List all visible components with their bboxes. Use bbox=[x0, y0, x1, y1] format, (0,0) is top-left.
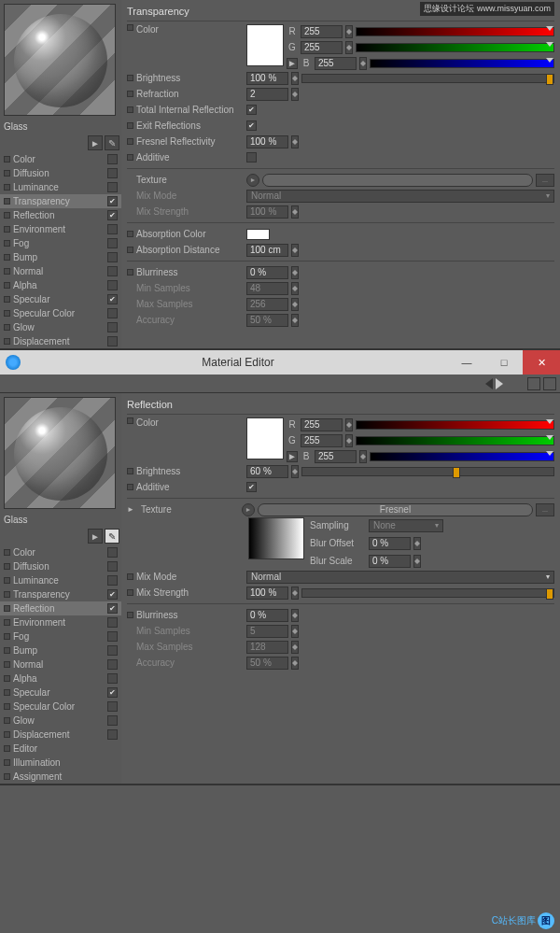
expand-toggle[interactable] bbox=[4, 591, 10, 598]
minimize-button[interactable]: — bbox=[448, 350, 485, 375]
expand-toggle[interactable] bbox=[4, 773, 10, 780]
channel-diffusion[interactable]: Diffusion bbox=[0, 559, 121, 573]
mix-mode-dropdown[interactable]: Normal bbox=[246, 571, 554, 584]
channel-checkbox[interactable] bbox=[107, 645, 118, 656]
expand-toggle[interactable] bbox=[127, 484, 133, 490]
brightness-slider[interactable] bbox=[301, 74, 554, 83]
channel-assignment[interactable]: Assignment bbox=[0, 770, 121, 784]
channel-checkbox[interactable] bbox=[107, 729, 118, 740]
channel-specular[interactable]: Specular bbox=[0, 292, 121, 306]
brightness-spinner[interactable] bbox=[291, 465, 299, 478]
expand-toggle[interactable] bbox=[127, 417, 133, 424]
b-spinner[interactable] bbox=[359, 450, 367, 463]
brightness-spinner[interactable] bbox=[291, 72, 299, 85]
b-slider[interactable] bbox=[370, 452, 554, 461]
channel-editor[interactable]: Editor bbox=[0, 742, 121, 756]
color-swatch[interactable] bbox=[246, 417, 284, 459]
channel-checkbox[interactable] bbox=[107, 603, 118, 614]
material-preview[interactable] bbox=[4, 4, 116, 116]
channel-checkbox[interactable] bbox=[107, 687, 118, 698]
channel-environment[interactable]: Environment bbox=[0, 222, 121, 236]
blur-scale-spinner[interactable] bbox=[413, 555, 421, 568]
nav-forward-icon[interactable] bbox=[496, 378, 503, 389]
channel-diffusion[interactable]: Diffusion bbox=[0, 166, 121, 180]
channel-checkbox[interactable] bbox=[107, 673, 118, 684]
channel-bump[interactable]: Bump bbox=[0, 643, 121, 657]
browse-button[interactable]: ... bbox=[536, 503, 554, 516]
additive-checkbox[interactable] bbox=[246, 482, 257, 492]
expand-toggle[interactable] bbox=[4, 198, 10, 205]
expand-toggle[interactable] bbox=[127, 247, 133, 253]
expand-toggle[interactable] bbox=[4, 310, 10, 317]
expand-toggle[interactable] bbox=[4, 338, 10, 345]
channel-checkbox[interactable] bbox=[107, 631, 118, 642]
expand-toggle[interactable] bbox=[4, 268, 10, 275]
channel-reflection[interactable]: Reflection bbox=[0, 208, 121, 222]
exit-reflections-checkbox[interactable] bbox=[246, 120, 257, 131]
channel-checkbox[interactable] bbox=[107, 336, 118, 346]
channel-bump[interactable]: Bump bbox=[0, 250, 121, 264]
channel-color[interactable]: Color bbox=[0, 545, 121, 559]
channel-checkbox[interactable] bbox=[107, 252, 118, 262]
picker-icon[interactable]: ✎ bbox=[105, 529, 119, 544]
channel-checkbox[interactable] bbox=[107, 154, 118, 164]
brightness-input[interactable]: 100 % bbox=[246, 72, 288, 85]
abs-dist-spinner[interactable] bbox=[291, 244, 299, 257]
texture-slot[interactable] bbox=[262, 174, 533, 187]
expand-toggle[interactable] bbox=[127, 589, 133, 596]
blur-offset-input[interactable]: 0 % bbox=[369, 537, 411, 550]
abs-dist-input[interactable]: 100 cm bbox=[246, 244, 288, 257]
texture-expand-icon[interactable]: ► bbox=[127, 505, 134, 514]
blur-offset-spinner[interactable] bbox=[413, 537, 421, 550]
expand-toggle[interactable] bbox=[4, 226, 10, 233]
expand-toggle[interactable] bbox=[4, 296, 10, 303]
expand-toggle[interactable] bbox=[4, 240, 10, 247]
channel-displacement[interactable]: Displacement bbox=[0, 728, 121, 742]
refraction-spinner[interactable] bbox=[291, 88, 299, 101]
channel-alpha[interactable]: Alpha bbox=[0, 278, 121, 292]
channel-checkbox[interactable] bbox=[107, 308, 118, 318]
channel-checkbox[interactable] bbox=[107, 659, 118, 670]
channel-color[interactable]: Color bbox=[0, 152, 121, 166]
channel-checkbox[interactable] bbox=[107, 182, 118, 192]
channel-fog[interactable]: Fog bbox=[0, 629, 121, 643]
blurriness-spinner[interactable] bbox=[291, 609, 299, 622]
channel-checkbox[interactable] bbox=[107, 238, 118, 248]
tir-checkbox[interactable] bbox=[246, 105, 257, 115]
channel-checkbox[interactable] bbox=[107, 322, 118, 332]
color-swatch[interactable] bbox=[246, 24, 284, 66]
browse-button[interactable]: ... bbox=[536, 174, 554, 187]
fresnel-input[interactable]: 100 % bbox=[246, 135, 288, 148]
channel-checkbox[interactable] bbox=[107, 561, 118, 572]
lock-icon[interactable] bbox=[527, 377, 540, 390]
brightness-slider[interactable] bbox=[301, 467, 554, 476]
channel-checkbox[interactable] bbox=[107, 589, 118, 600]
channel-reflection[interactable]: Reflection bbox=[0, 601, 121, 615]
nav-arrow-icon[interactable]: ► bbox=[88, 529, 103, 544]
channel-checkbox[interactable] bbox=[107, 617, 118, 628]
channel-luminance[interactable]: Luminance bbox=[0, 573, 121, 587]
expand-toggle[interactable] bbox=[4, 703, 10, 710]
channel-environment[interactable]: Environment bbox=[0, 615, 121, 629]
channel-checkbox[interactable] bbox=[107, 294, 118, 304]
g-spinner[interactable] bbox=[345, 41, 353, 54]
expand-toggle[interactable] bbox=[4, 563, 10, 570]
b-spinner[interactable] bbox=[359, 57, 367, 70]
texture-preview[interactable] bbox=[248, 517, 304, 559]
channel-alpha[interactable]: Alpha bbox=[0, 671, 121, 686]
expand-toggle[interactable] bbox=[4, 647, 10, 654]
expand-toggle[interactable] bbox=[127, 75, 133, 81]
expand-toggle[interactable] bbox=[127, 154, 133, 161]
expand-toggle[interactable] bbox=[4, 675, 10, 682]
expand-toggle[interactable] bbox=[127, 91, 133, 97]
expand-toggle[interactable] bbox=[4, 731, 10, 738]
channel-checkbox[interactable] bbox=[107, 547, 118, 558]
channel-normal[interactable]: Normal bbox=[0, 657, 121, 671]
blurriness-input[interactable]: 0 % bbox=[246, 609, 288, 622]
expand-toggle[interactable] bbox=[4, 759, 10, 766]
expand-toggle[interactable] bbox=[127, 122, 133, 129]
channel-glow[interactable]: Glow bbox=[0, 320, 121, 334]
material-name[interactable]: Glass bbox=[0, 513, 121, 527]
b-input[interactable]: 255 bbox=[315, 450, 357, 463]
g-input[interactable]: 255 bbox=[301, 434, 343, 447]
